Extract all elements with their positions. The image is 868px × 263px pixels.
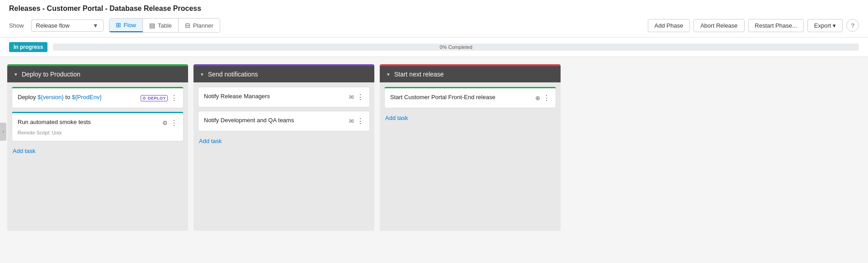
task-deploy: Deploy ${version} to ${ProdEnv} ⊙ DEPLOY… [12, 87, 184, 108]
planner-icon: ⊟ [185, 22, 190, 29]
phase-header-notify: ▼ Send notifications [193, 64, 374, 82]
task-header-deploy: Deploy ${version} to ${ProdEnv} ⊙ DEPLOY… [18, 94, 178, 102]
task-smoke-tests: Run automated smoke tests ⚙ ⋮ Remote Scr… [12, 112, 184, 141]
collapse-icon-deploy[interactable]: ▼ [14, 72, 18, 77]
task-menu-smoke[interactable]: ⋮ [170, 119, 178, 127]
task-title-deploy: Deploy ${version} to ${ProdEnv} [18, 94, 137, 100]
main-content: ▼ Deploy to Production Deploy ${version}… [0, 57, 868, 238]
tab-planner[interactable]: ⊟ Planner [179, 19, 220, 32]
view-tabs: ⊞ Flow ▤ Table ⊟ Planner [109, 18, 220, 33]
sidebar-toggle[interactable]: › [0, 123, 6, 141]
phase-body-deploy: Deploy ${version} to ${ProdEnv} ⊙ DEPLOY… [7, 82, 188, 231]
abort-release-button[interactable]: Abort Release [693, 19, 744, 32]
collapse-icon-next[interactable]: ▼ [386, 72, 391, 77]
collapse-icon-notify[interactable]: ▼ [200, 72, 204, 77]
phase-title-deploy: Deploy to Production [22, 71, 80, 78]
tab-table-label: Table [158, 22, 172, 29]
task-icons-deploy: ⊙ DEPLOY ⋮ [141, 94, 178, 102]
email-icon-devqa: ✉ [349, 118, 354, 124]
phase-start-next-release: ▼ Start next release Start Customer Port… [380, 64, 561, 231]
task-icons-notify-devqa: ✉ ⋮ [349, 117, 364, 125]
tab-flow-label: Flow [124, 22, 136, 29]
add-task-next[interactable]: Add task [384, 112, 556, 124]
task-header-smoke: Run automated smoke tests ⚙ ⋮ [18, 119, 178, 127]
export-button[interactable]: Export ▾ [807, 19, 843, 32]
task-title-smoke: Run automated smoke tests [18, 119, 159, 125]
table-icon: ▤ [149, 22, 155, 29]
task-header-notify-devqa: Notify Development and QA teams ✉ ⋮ [204, 117, 364, 125]
phase-title-notify: Send notifications [208, 71, 258, 78]
phase-deploy-to-production: ▼ Deploy to Production Deploy ${version}… [7, 64, 188, 231]
page-title: Releases - Customer Portal - Database Re… [9, 5, 859, 13]
toolbar-right: Add Phase Abort Release Restart Phase...… [648, 19, 859, 32]
progress-bar-area: In progress 0% Completed [0, 38, 868, 57]
prodenv-var: ${ProdEnv} [72, 94, 102, 100]
flow-icon: ⊞ [116, 21, 121, 29]
phase-send-notifications: ▼ Send notifications Notify Release Mana… [193, 64, 374, 231]
task-icons-smoke: ⚙ ⋮ [162, 119, 178, 127]
dropdown-arrow-icon: ▼ [93, 22, 99, 29]
phase-header-next: ▼ Start next release [380, 64, 561, 82]
task-icons-notify-managers: ✉ ⋮ [349, 93, 364, 101]
release-flow-dropdown[interactable]: Release flow ▼ [31, 19, 104, 32]
task-notify-devqa: Notify Development and QA teams ✉ ⋮ [198, 111, 370, 131]
progress-track: 0% Completed [53, 43, 859, 51]
progress-label: 0% Completed [440, 44, 472, 50]
gear-icon: ⚙ [162, 120, 168, 126]
version-var: ${version} [38, 94, 64, 100]
phase-body-notify: Notify Release Managers ✉ ⋮ Notify Devel… [193, 82, 374, 231]
task-subtitle-smoke: Remote Script: Unix [18, 130, 178, 135]
show-label: Show [9, 22, 24, 29]
task-header-frontend: Start Customer Portal Front-End release … [390, 94, 550, 102]
deploy-badge: ⊙ DEPLOY [141, 95, 168, 101]
phase-title-next: Start next release [394, 71, 444, 78]
tab-flow[interactable]: ⊞ Flow [109, 19, 143, 32]
phase-header-deploy: ▼ Deploy to Production [7, 64, 188, 82]
task-header-notify-managers: Notify Release Managers ✉ ⋮ [204, 93, 364, 101]
toolbar: Show Release flow ▼ ⊞ Flow ▤ Table ⊟ Pla… [9, 18, 859, 33]
task-notify-managers: Notify Release Managers ✉ ⋮ [198, 87, 370, 107]
add-phase-button[interactable]: Add Phase [648, 19, 690, 32]
task-title-notify-managers: Notify Release Managers [204, 93, 345, 100]
in-progress-badge: In progress [9, 42, 47, 52]
task-title-frontend: Start Customer Portal Front-End release [390, 94, 532, 100]
dropdown-value: Release flow [36, 22, 70, 29]
help-button[interactable]: ? [846, 19, 859, 32]
email-icon-managers: ✉ [349, 94, 354, 100]
add-task-deploy[interactable]: Add task [12, 145, 184, 157]
task-menu-notify-devqa[interactable]: ⋮ [357, 117, 364, 125]
task-start-frontend: Start Customer Portal Front-End release … [384, 87, 556, 108]
tab-planner-label: Planner [193, 22, 213, 29]
task-icons-frontend: ⊕ ⋮ [535, 94, 550, 102]
task-title-notify-devqa: Notify Development and QA teams [204, 117, 345, 124]
restart-phase-button[interactable]: Restart Phase... [748, 19, 804, 32]
add-task-notify[interactable]: Add task [198, 135, 370, 147]
task-menu-notify-managers[interactable]: ⋮ [357, 93, 364, 101]
phase-body-next: Start Customer Portal Front-End release … [380, 82, 561, 231]
tab-table[interactable]: ▤ Table [143, 19, 179, 32]
create-icon: ⊕ [535, 95, 540, 101]
task-menu-deploy[interactable]: ⋮ [170, 94, 178, 102]
task-menu-frontend[interactable]: ⋮ [543, 94, 550, 102]
